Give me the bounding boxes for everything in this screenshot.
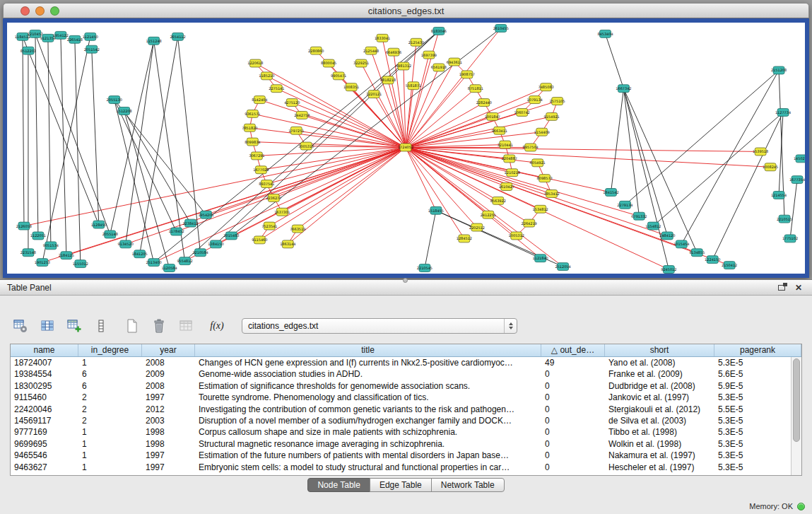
network-graph[interactable]: 1724052122061811852102275141814240493615… [7, 23, 805, 274]
network-node[interactable]: 1005312 [509, 232, 524, 240]
tab-edge-table[interactable]: Edge Table [370, 478, 432, 492]
network-edge[interactable] [425, 211, 436, 268]
network-node[interactable]: 1677354 [789, 176, 805, 184]
network-node[interactable]: 6791332 [631, 212, 647, 220]
network-node[interactable]: 3229251 [353, 59, 369, 67]
network-node[interactable]: 2204887 [502, 155, 517, 163]
function-builder-button[interactable]: f(x) [206, 316, 228, 336]
column-header-name[interactable]: name [11, 344, 78, 356]
network-node[interactable]: 1667342 [616, 85, 631, 93]
network-edge[interactable] [42, 148, 406, 263]
network-edge[interactable] [406, 88, 476, 147]
tab-node-table[interactable]: Node Table [307, 478, 370, 492]
network-node[interactable]: 2264219 [522, 219, 537, 227]
network-node[interactable]: 4275120 [284, 99, 300, 107]
network-node[interactable]: 8142404 [252, 96, 267, 104]
network-edge[interactable] [75, 40, 81, 264]
network-node[interactable]: 9051534 [43, 242, 59, 250]
network-node[interactable]: 6561918 [431, 64, 447, 71]
network-node[interactable]: 9245012 [661, 266, 676, 274]
network-node[interactable]: 8818218 [380, 76, 396, 84]
network-node[interactable]: 1154812 [645, 222, 661, 230]
network-node[interactable]: 1154409 [534, 128, 550, 136]
column-settings-button[interactable] [10, 316, 31, 336]
network-edge[interactable] [92, 49, 99, 225]
network-edge[interactable] [276, 88, 406, 147]
network-node[interactable]: 1450218 [794, 155, 805, 163]
network-node[interactable]: 1155012 [73, 260, 88, 268]
network-node[interactable]: 2513400 [146, 259, 162, 267]
table-row[interactable]: 2242004622012Investigating the contribut… [11, 404, 791, 415]
network-node[interactable]: 6981312 [396, 62, 411, 70]
network-edge[interactable] [302, 115, 406, 148]
network-node[interactable]: 6646936 [386, 48, 401, 56]
network-node[interactable]: 2055148 [102, 230, 118, 238]
table-row[interactable]: 1938455462009Genome-wide association stu… [11, 368, 791, 380]
network-node[interactable]: 2236277 [266, 194, 281, 201]
network-node[interactable]: 8751811 [468, 85, 483, 93]
column-header-short[interactable]: short [605, 344, 714, 356]
network-edge[interactable] [625, 70, 779, 204]
network-node[interactable]: 1954122 [53, 31, 69, 39]
network-node[interactable]: 1610427 [499, 183, 514, 191]
network-node[interactable]: 2210584 [192, 249, 208, 257]
delete-table-button[interactable] [148, 316, 170, 336]
network-node[interactable]: 1128450 [91, 221, 107, 228]
network-node[interactable]: 7851820 [242, 124, 257, 132]
network-node[interactable]: 2575105 [550, 98, 565, 105]
network-node[interactable]: 6054921 [530, 159, 546, 167]
network-node[interactable]: 1210218 [505, 169, 520, 177]
network-edge[interactable] [35, 34, 110, 235]
network-node[interactable]: 1841542 [603, 189, 618, 197]
new-table-button[interactable] [122, 316, 143, 336]
column-header-in_degree[interactable]: in_degree [78, 344, 142, 356]
table-row[interactable]: 946554611997Estimation of the future num… [11, 450, 791, 461]
network-edge[interactable] [292, 103, 406, 147]
network-node[interactable]: 2015483 [223, 232, 239, 240]
network-node[interactable]: 8957504 [523, 144, 539, 151]
import-table-button[interactable] [175, 316, 196, 336]
network-node[interactable]: 1060742 [514, 108, 530, 116]
table-row[interactable]: 911546021997Tourette syndrome. Phenomeno… [11, 392, 791, 403]
network-node[interactable]: 9134520 [118, 240, 134, 248]
network-node[interactable]: 2055130 [107, 96, 122, 104]
network-node[interactable]: 1001847 [485, 112, 500, 120]
column-header-title[interactable]: title [195, 344, 541, 356]
float-panel-button[interactable] [775, 282, 788, 293]
network-node[interactable]: 5581871 [406, 82, 421, 90]
network-edge[interactable] [623, 88, 639, 216]
network-node[interactable]: 2231548 [20, 249, 36, 257]
create-column-button[interactable] [64, 316, 85, 336]
splitter-handle[interactable] [403, 278, 408, 283]
network-node[interactable]: 8800045 [321, 59, 336, 67]
network-node[interactable]: 2282440 [476, 99, 492, 107]
network-node[interactable]: 1079134 [527, 96, 543, 104]
network-node[interactable]: 9154921 [544, 112, 560, 120]
network-node[interactable]: 2125448 [363, 47, 379, 54]
row-options-button[interactable] [90, 316, 112, 336]
network-node[interactable]: 1863144 [280, 240, 295, 248]
network-node[interactable]: 1908757 [459, 71, 475, 78]
network-node[interactable]: 1954201 [198, 211, 213, 218]
network-node[interactable]: 2125430 [408, 38, 424, 46]
network-node[interactable]: 6943611 [447, 58, 462, 66]
window-titlebar[interactable]: citations_edges.txt [3, 3, 809, 18]
select-columns-button[interactable] [37, 316, 58, 336]
table-row[interactable]: 1872400712008Changes of HCN gene express… [11, 357, 791, 368]
table-row[interactable]: 977716911998Corpus callosum shape and si… [11, 426, 791, 438]
table-selector-combobox[interactable]: citations_edges.txt [242, 318, 517, 334]
network-node[interactable]: 2238412 [182, 219, 198, 227]
table-row[interactable]: 1830029562008Estimation of significance … [11, 380, 791, 392]
network-node[interactable]: 1121840 [533, 255, 548, 262]
network-edge[interactable] [623, 88, 669, 269]
network-node[interactable]: 1833041 [375, 34, 390, 42]
network-node[interactable]: 2484120 [659, 232, 675, 240]
network-node[interactable]: 9115460 [252, 236, 267, 244]
network-edge[interactable] [23, 37, 99, 225]
network-node[interactable]: 8937541 [259, 180, 274, 188]
network-node[interactable]: 8563922 [490, 197, 506, 204]
network-edge[interactable] [298, 148, 406, 229]
network-node[interactable]: 2512054 [555, 263, 570, 271]
network-node[interactable]: 1697399 [421, 51, 437, 59]
network-node[interactable]: 1121450 [83, 33, 98, 40]
